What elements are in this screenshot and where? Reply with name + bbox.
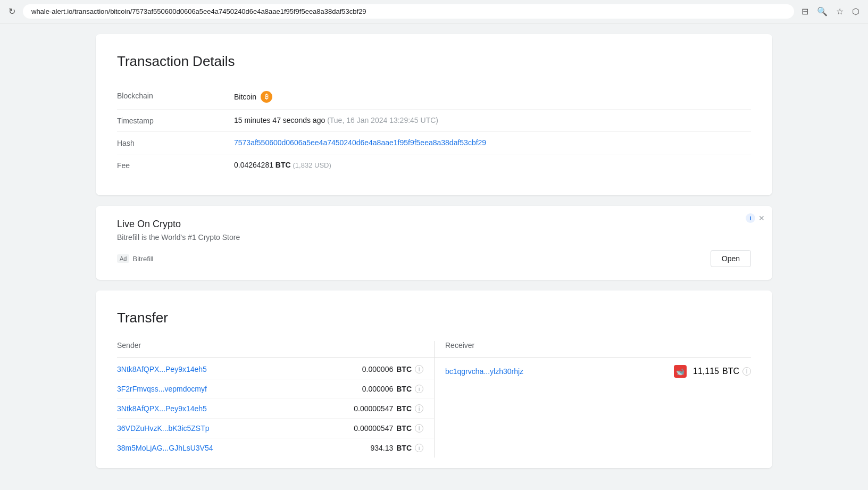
transfer-title: Transfer xyxy=(117,310,751,326)
transfer-card: Transfer Sender 3Ntk8AfQPX...Pey9x14eh5 … xyxy=(96,290,772,468)
ad-subtitle: Bitrefill is the World's #1 Crypto Store xyxy=(117,233,751,242)
sender-amount-5: 934.13 BTC i xyxy=(370,444,423,452)
ad-info-icon[interactable]: i xyxy=(746,213,755,223)
receiver-info-icon-1[interactable]: i xyxy=(742,367,751,376)
sender-currency-3: BTC xyxy=(396,404,412,413)
browser-icons: ⊟ 🔍 ☆ ⬡ xyxy=(799,4,862,19)
bitcoin-icon: ₿ xyxy=(261,91,272,103)
url-text: whale-alert.io/transaction/bitcoin/7573a… xyxy=(31,7,366,15)
receiver-column: Receiver bc1qgrvcha...ylzh30rhjz 🐋 11,11… xyxy=(434,341,751,458)
sender-row-3: 3Ntk8AfQPX...Pey9x14eh5 0.00000547 BTC i xyxy=(117,399,434,419)
reload-icon[interactable]: ↻ xyxy=(6,4,18,19)
fee-amount: 0.04264281 xyxy=(234,161,273,169)
timestamp-primary: 15 minutes 47 seconds ago xyxy=(234,116,325,124)
bookmark-icon[interactable]: ☆ xyxy=(834,4,846,19)
ad-open-button[interactable]: Open xyxy=(711,250,751,267)
sender-amount-4: 0.00000547 BTC i xyxy=(354,424,423,433)
browser-bar: ↻ whale-alert.io/transaction/bitcoin/757… xyxy=(0,0,868,23)
receiver-amount-1: 🐋 11,115 BTC i xyxy=(674,365,751,378)
whale-icon: 🐋 xyxy=(674,365,687,378)
receiver-header: Receiver xyxy=(435,341,751,358)
ad-card: i ✕ Live On Crypto Bitrefill is the Worl… xyxy=(96,206,772,280)
transaction-details-title: Transaction Details xyxy=(117,53,751,70)
sender-column: Sender 3Ntk8AfQPX...Pey9x14eh5 0.000006 … xyxy=(117,341,434,458)
hash-label: Hash xyxy=(117,138,234,147)
sender-amount-value-5: 934.13 xyxy=(370,444,393,452)
timestamp-label: Timestamp xyxy=(117,116,234,125)
sender-amount-3: 0.00000547 BTC i xyxy=(354,404,423,413)
ad-title: Live On Crypto xyxy=(117,219,751,230)
ad-footer: Ad Bitrefill Open xyxy=(117,250,751,267)
timestamp-value: 15 minutes 47 seconds ago (Tue, 16 Jan 2… xyxy=(234,116,751,124)
translate-icon[interactable]: ⊟ xyxy=(799,4,811,19)
sender-address-3[interactable]: 3Ntk8AfQPX...Pey9x14eh5 xyxy=(117,404,207,413)
sender-header: Sender xyxy=(117,341,434,358)
sender-currency-2: BTC xyxy=(396,385,412,393)
hash-value[interactable]: 7573af550600d0606a5ee4a7450240d6e4a8aae1… xyxy=(234,138,751,147)
fee-value: 0.04264281 BTC (1,832 USD) xyxy=(234,161,751,169)
sender-info-icon-4[interactable]: i xyxy=(415,424,423,433)
blockchain-row: Blockchain Bitcoin ₿ xyxy=(117,85,751,110)
sender-address-5[interactable]: 38m5MoLjAG...GJhLsU3V54 xyxy=(117,444,213,452)
sender-address-4[interactable]: 36VDZuHvzK...bK3ic5ZSTp xyxy=(117,424,210,433)
extensions-icon[interactable]: ⬡ xyxy=(850,4,862,19)
sender-row-4: 36VDZuHvzK...bK3ic5ZSTp 0.00000547 BTC i xyxy=(117,419,434,438)
sender-info-icon-3[interactable]: i xyxy=(415,404,423,413)
sender-row-1: 3Ntk8AfQPX...Pey9x14eh5 0.000006 BTC i xyxy=(117,360,434,379)
sender-info-icon-1[interactable]: i xyxy=(415,365,423,373)
sender-amount-value-2: 0.000006 xyxy=(362,385,393,393)
blockchain-text: Bitcoin xyxy=(234,93,256,101)
blockchain-value: Bitcoin ₿ xyxy=(234,91,751,103)
sender-amount-value-1: 0.000006 xyxy=(362,365,393,373)
receiver-row-1: bc1qgrvcha...ylzh30rhjz 🐋 11,115 BTC i xyxy=(435,360,751,383)
zoom-icon[interactable]: 🔍 xyxy=(815,4,830,19)
receiver-amount-value-1: 11,115 xyxy=(693,367,719,376)
sender-amount-1: 0.000006 BTC i xyxy=(362,365,423,373)
sender-info-icon-5[interactable]: i xyxy=(415,444,423,452)
page-content: Transaction Details Blockchain Bitcoin ₿… xyxy=(0,23,868,479)
sender-info-icon-2[interactable]: i xyxy=(415,385,423,393)
ad-controls: i ✕ xyxy=(746,213,765,223)
transfer-columns: Sender 3Ntk8AfQPX...Pey9x14eh5 0.000006 … xyxy=(117,341,751,458)
sender-currency-1: BTC xyxy=(396,365,412,373)
receiver-address-1[interactable]: bc1qgrvcha...ylzh30rhjz xyxy=(445,367,523,376)
hash-row: Hash 7573af550600d0606a5ee4a7450240d6e4a… xyxy=(117,132,751,154)
sender-currency-4: BTC xyxy=(396,424,412,433)
address-bar[interactable]: whale-alert.io/transaction/bitcoin/7573a… xyxy=(23,4,794,19)
sender-currency-5: BTC xyxy=(396,444,412,452)
ad-brand: Bitrefill xyxy=(132,255,153,263)
sender-row-5: 38m5MoLjAG...GJhLsU3V54 934.13 BTC i xyxy=(117,438,434,458)
sender-address-2[interactable]: 3F2rFmvqss...vepmdocmyf xyxy=(117,385,207,393)
receiver-currency-1: BTC xyxy=(722,367,739,376)
ad-badge-row: Ad Bitrefill xyxy=(117,254,153,263)
sender-row-2: 3F2rFmvqss...vepmdocmyf 0.000006 BTC i xyxy=(117,379,434,399)
sender-amount-value-3: 0.00000547 xyxy=(354,404,393,413)
blockchain-label: Blockchain xyxy=(117,91,234,100)
sender-amount-2: 0.000006 BTC i xyxy=(362,385,423,393)
ad-close-icon[interactable]: ✕ xyxy=(758,214,765,222)
timestamp-secondary: (Tue, 16 Jan 2024 13:29:45 UTC) xyxy=(327,116,438,124)
timestamp-row: Timestamp 15 minutes 47 seconds ago (Tue… xyxy=(117,110,751,132)
fee-label: Fee xyxy=(117,161,234,170)
fee-currency: BTC xyxy=(276,161,291,169)
fee-row: Fee 0.04264281 BTC (1,832 USD) xyxy=(117,154,751,176)
sender-address-1[interactable]: 3Ntk8AfQPX...Pey9x14eh5 xyxy=(117,365,207,373)
fee-usd: (1,832 USD) xyxy=(293,161,331,169)
transaction-details-card: Transaction Details Blockchain Bitcoin ₿… xyxy=(96,34,772,195)
sender-amount-value-4: 0.00000547 xyxy=(354,424,393,433)
ad-badge: Ad xyxy=(117,254,129,263)
